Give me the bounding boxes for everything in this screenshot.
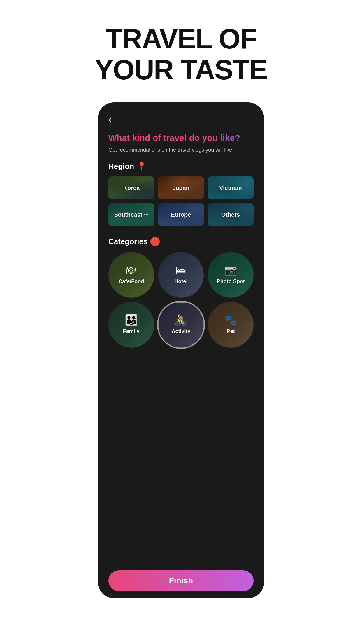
family-icon: 👨‍👩‍👧	[125, 315, 138, 326]
phone-mockup: ‹ What kind of travel do you like? Get r…	[98, 102, 264, 598]
category-cafe[interactable]: 🍽 Cafe/Food	[108, 252, 154, 298]
page-title: TRAVEL OF YOUR TASTE	[95, 23, 267, 85]
question-subtitle: Get recommendations on the travel vlogs …	[108, 147, 254, 153]
finish-button[interactable]: Finish	[108, 570, 254, 591]
region-card-japan[interactable]: Japan	[158, 176, 204, 200]
category-photospot[interactable]: 📷 Photo Spot	[208, 252, 254, 298]
region-icon: 📍	[137, 162, 146, 171]
categories-section: Categories ❤️ 🍽 Cafe/Food 🛏 Hotel	[108, 237, 254, 347]
hotel-icon: 🛏	[176, 265, 186, 276]
camera-icon: 📷	[224, 265, 237, 276]
heart-icon: ❤️	[150, 237, 160, 246]
category-pet[interactable]: 🐾 Pet	[208, 302, 254, 348]
region-card-others[interactable]: Others	[208, 203, 254, 226]
finish-button-container: Finish	[98, 566, 264, 598]
category-activity[interactable]: 🚴 Activity	[158, 302, 204, 348]
region-card-southeast[interactable]: Southeast ···	[108, 203, 154, 226]
back-button[interactable]: ‹	[108, 114, 112, 125]
pet-icon: 🐾	[224, 315, 237, 326]
question-heading: What kind of travel do you like?	[108, 132, 254, 144]
region-card-vietnam[interactable]: Vietnam	[208, 176, 254, 200]
categories-label: Categories ❤️	[108, 237, 254, 246]
region-section-label: Region 📍	[108, 162, 254, 171]
category-family[interactable]: 👨‍👩‍👧 Family	[108, 302, 154, 348]
cafe-icon: 🍽	[126, 265, 136, 276]
category-hotel[interactable]: 🛏 Hotel	[158, 252, 204, 298]
categories-grid: 🍽 Cafe/Food 🛏 Hotel 📷 Photo Spot	[108, 252, 254, 347]
region-card-korea[interactable]: Korea	[108, 176, 154, 200]
region-card-europe[interactable]: Europe	[158, 203, 204, 226]
region-grid: Korea Japan Vietnam Southeast ··· Europe…	[108, 176, 254, 226]
activity-icon: 🚴	[174, 315, 187, 326]
